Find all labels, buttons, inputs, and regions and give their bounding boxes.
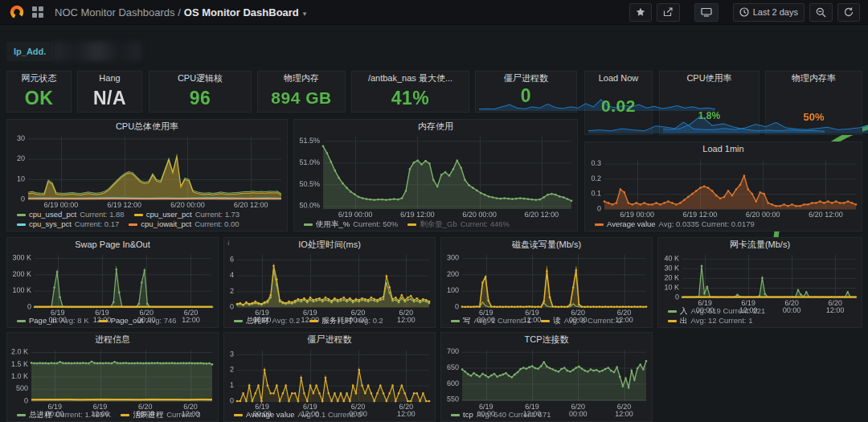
legend-series-label[interactable]: 剩余量_Gb — [420, 219, 457, 229]
tcp-chart[interactable] — [441, 346, 652, 419]
legend-item[interactable]: cpu_used_pctCurrent: 1.88 — [17, 210, 125, 219]
chevron-down-icon[interactable]: ▾ — [303, 10, 307, 18]
legend-item[interactable]: cpu_user_pctCurrent: 1.73 — [134, 210, 240, 219]
legend-series-label[interactable]: cpu_iowait_pct — [141, 219, 191, 229]
legend-series-label[interactable]: Page_out — [111, 316, 144, 326]
legend-item[interactable]: 总进程Current: 1.499 K — [17, 410, 111, 420]
panel-title[interactable]: 物理内存 — [258, 72, 345, 84]
zoom-out-icon — [816, 7, 826, 18]
legend-series-label[interactable]: cpu_user_pct — [146, 210, 192, 219]
legend-item[interactable]: Page_inAvg: 8 K — [17, 316, 89, 326]
disk-chart[interactable] — [441, 251, 652, 325]
grafana-logo-icon[interactable] — [10, 5, 24, 19]
share-button[interactable] — [657, 3, 680, 22]
legend-series-label[interactable]: Average value — [246, 410, 295, 420]
legend-series-label[interactable]: 服务耗时 — [321, 316, 352, 326]
panel-title[interactable]: Swap Page In&Out — [7, 238, 218, 251]
panel-cpu-cores: CPU逻辑核 96 — [149, 71, 252, 113]
star-button[interactable] — [629, 3, 652, 22]
legend-item[interactable]: 出Avg: 12 Current: 1 — [668, 316, 752, 326]
legend-series-value: Avg: 746 — [146, 316, 176, 326]
legend-series-dash — [17, 414, 26, 416]
panel-title[interactable]: Hang — [78, 72, 141, 84]
legend-series-value: Avg: 0.0335 Current: 0.0179 — [659, 219, 755, 229]
legend-item[interactable]: 写Avg: 1 Current: 1 — [451, 316, 531, 326]
grafana-dashboard: NOC Monitor Dashboards /OS Monitor DashB… — [0, 0, 868, 422]
panel-title[interactable]: CPU总体使用率 — [7, 120, 287, 133]
dashboard-title[interactable]: OS Monitor DashBoard — [184, 6, 299, 18]
load1min-chart[interactable] — [585, 155, 862, 219]
panel-title[interactable]: TCP连接数 — [441, 333, 652, 346]
panel-title[interactable]: 进程信息 — [7, 333, 218, 346]
legend-item[interactable]: 剩余量_GbCurrent: 446% — [407, 219, 510, 229]
panel-phys-mem: 物理内存 894 GB — [257, 71, 346, 113]
legend-item[interactable]: tcpAvg: 640 Current: 671 — [451, 410, 551, 420]
panel-title[interactable]: 网元状态 — [7, 72, 71, 84]
breadcrumb[interactable]: NOC Monitor Dashboards /OS Monitor DashB… — [55, 6, 306, 18]
panel-title[interactable]: 内存使用 — [294, 120, 577, 133]
swap-chart[interactable] — [7, 251, 218, 325]
info-icon[interactable]: i — [227, 239, 230, 247]
legend-item[interactable]: 入Avg: 619 Current: 221 — [668, 306, 765, 316]
legend-item[interactable]: cpu_iowait_pctCurrent: 0.00 — [129, 219, 239, 229]
legend-series-label[interactable]: cpu_used_pct — [29, 210, 76, 219]
legend-item[interactable]: 读Avg: 8 Current: 0 — [541, 316, 621, 326]
breadcrumb-group[interactable]: NOC Monitor Dashboards — [55, 6, 175, 18]
legend-series-value: Current: 50% — [353, 219, 398, 229]
refresh-button[interactable] — [837, 3, 860, 22]
legend-item[interactable]: 服务耗时Avg: 0.2 — [309, 316, 383, 326]
gauge-value: 1.8% — [660, 110, 759, 121]
legend-item[interactable]: 总耗时Avg: 0.2 — [234, 316, 300, 326]
legend-series-label[interactable]: 读 — [553, 316, 561, 326]
panel-title[interactable]: IO处理时间(ms) — [224, 238, 435, 251]
panel-title[interactable]: 磁盘读写量(Mb/s) — [441, 238, 652, 251]
legend-item[interactable]: Average valueAvg: 0.1 Current: 0 — [234, 410, 362, 420]
io-chart[interactable] — [224, 251, 435, 325]
legend-series-label[interactable]: 入 — [680, 306, 688, 316]
time-range-button[interactable]: Last 2 days — [733, 3, 805, 22]
mem-usage-chart[interactable] — [294, 133, 577, 219]
panel-title[interactable]: Load 1min — [585, 142, 862, 155]
legend-series-dash — [451, 320, 460, 322]
zoom-out-button[interactable] — [809, 3, 833, 22]
legend-series-label[interactable]: 总进程 — [29, 410, 52, 420]
net-chart[interactable] — [658, 251, 862, 315]
legend-series-label[interactable]: 写 — [463, 316, 471, 326]
legend: 总进程Current: 1.499 K活跃进程Current: 3 — [7, 410, 218, 421]
panel-title[interactable]: 网卡流量(Mb/s) — [658, 238, 862, 251]
legend: 入Avg: 619 Current: 221出Avg: 12 Current: … — [658, 306, 862, 327]
legend-series-value: Current: 0.17 — [75, 219, 119, 229]
legend-series-label[interactable]: 总耗时 — [246, 316, 269, 326]
legend-item[interactable]: Average valueAvg: 0.0335 Current: 0.0179 — [595, 219, 755, 229]
panel-mem-usage-graph: 内存使用 使用率_%Current: 50%剩余量_GbCurrent: 446… — [293, 119, 578, 231]
legend-item[interactable]: 使用率_%Current: 50% — [304, 219, 398, 229]
variable-label: Ip_Add. — [6, 42, 53, 61]
variable-value-redacted[interactable] — [53, 42, 141, 61]
panel-title[interactable]: /antbak_nas 最大使... — [352, 72, 469, 84]
panel-net-graph: 网卡流量(Mb/s) 入Avg: 619 Current: 221出Avg: 1… — [657, 237, 862, 328]
panel-title[interactable]: CPU逻辑核 — [149, 72, 251, 84]
proc-chart[interactable] — [7, 346, 218, 419]
panel-title[interactable]: 僵尸进程数 — [224, 333, 435, 346]
tv-mode-button[interactable] — [694, 3, 719, 22]
legend-item[interactable]: cpu_sys_pctCurrent: 0.17 — [17, 219, 119, 229]
legend-series-label[interactable]: 出 — [680, 316, 688, 326]
legend-series-label[interactable]: cpu_sys_pct — [29, 219, 72, 229]
legend-series-label[interactable]: Page_in — [29, 316, 57, 326]
clock-icon — [739, 7, 749, 17]
panel-title[interactable]: CPU使用率 — [660, 72, 759, 84]
legend-series-dash — [121, 414, 129, 416]
legend-item[interactable]: 活跃进程Current: 3 — [121, 410, 200, 420]
legend-series-label[interactable]: 使用率_% — [316, 219, 350, 229]
dashboards-grid-icon[interactable] — [32, 6, 43, 18]
panel-nas-usage: /antbak_nas 最大使... 41% — [351, 71, 469, 113]
cpu-usage-chart[interactable] — [7, 133, 287, 210]
legend-series-label[interactable]: 活跃进程 — [133, 410, 163, 420]
legend-series-label[interactable]: tcp — [463, 410, 473, 420]
zombie-chart[interactable] — [224, 346, 435, 419]
legend-series-dash — [99, 320, 108, 322]
legend-item[interactable]: Page_outAvg: 746 — [99, 316, 177, 326]
panel-title[interactable]: 物理内存率 — [766, 72, 862, 84]
legend-series-dash — [17, 320, 26, 322]
legend-series-label[interactable]: Average value — [607, 219, 656, 229]
